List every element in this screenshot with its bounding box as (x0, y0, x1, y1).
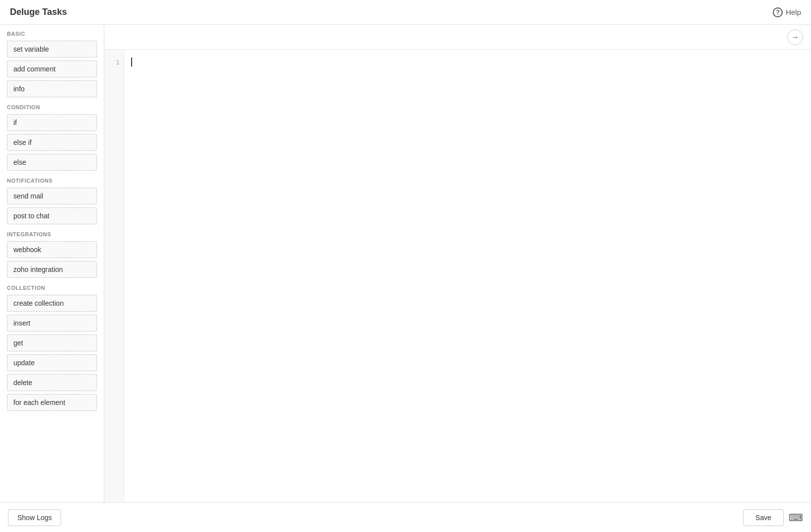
task-item-if[interactable]: if (7, 114, 97, 131)
task-item-create-collection[interactable]: create collection (7, 295, 97, 312)
editor-header-bar: → (104, 25, 811, 50)
save-button[interactable]: Save (743, 509, 784, 526)
task-item-else-if[interactable]: else if (7, 134, 97, 151)
task-item-else[interactable]: else (7, 154, 97, 171)
section-label-notifications: NOTIFICATIONS (7, 178, 97, 184)
line-numbers: 1 (104, 50, 124, 502)
help-icon: ? (773, 7, 783, 17)
keyboard-icon[interactable]: ⌨ (789, 512, 803, 524)
sidebar: BASICset variableadd commentinfoCONDITIO… (0, 25, 104, 502)
task-item-add-comment[interactable]: add comment (7, 61, 97, 77)
task-item-zoho-integration[interactable]: zoho integration (7, 261, 97, 278)
section-label-integrations: INTEGRATIONS (7, 231, 97, 237)
task-item-get[interactable]: get (7, 334, 97, 351)
footer: Show Logs Save ⌨ (0, 502, 811, 532)
task-item-post-to-chat[interactable]: post to chat (7, 207, 97, 224)
line-number-1: 1 (104, 55, 120, 65)
code-area[interactable] (124, 50, 811, 502)
footer-left: Show Logs (8, 509, 61, 526)
text-cursor (131, 58, 132, 66)
app-title: Deluge Tasks (10, 7, 67, 17)
editor-area: → 1 (104, 25, 811, 502)
footer-right: Save ⌨ (743, 509, 803, 526)
header: Deluge Tasks ? Help (0, 0, 811, 25)
forward-arrow-button[interactable]: → (787, 29, 803, 45)
task-item-update[interactable]: update (7, 354, 97, 371)
section-label-condition: CONDITION (7, 104, 97, 110)
show-logs-button[interactable]: Show Logs (8, 509, 61, 526)
task-item-delete[interactable]: delete (7, 374, 97, 391)
help-button[interactable]: ? Help (773, 7, 801, 17)
section-label-collection: COLLECTION (7, 285, 97, 291)
task-item-webhook[interactable]: webhook (7, 241, 97, 258)
main-layout: BASICset variableadd commentinfoCONDITIO… (0, 25, 811, 502)
task-item-for-each-element[interactable]: for each element (7, 394, 97, 411)
task-item-send-mail[interactable]: send mail (7, 188, 97, 204)
section-label-basic: BASIC (7, 31, 97, 37)
arrow-icon: → (791, 33, 799, 42)
cursor-line (131, 56, 804, 68)
help-label: Help (786, 8, 801, 16)
task-item-set-variable[interactable]: set variable (7, 41, 97, 58)
task-item-info[interactable]: info (7, 80, 97, 97)
task-item-insert[interactable]: insert (7, 315, 97, 332)
editor-content: 1 (104, 50, 811, 502)
